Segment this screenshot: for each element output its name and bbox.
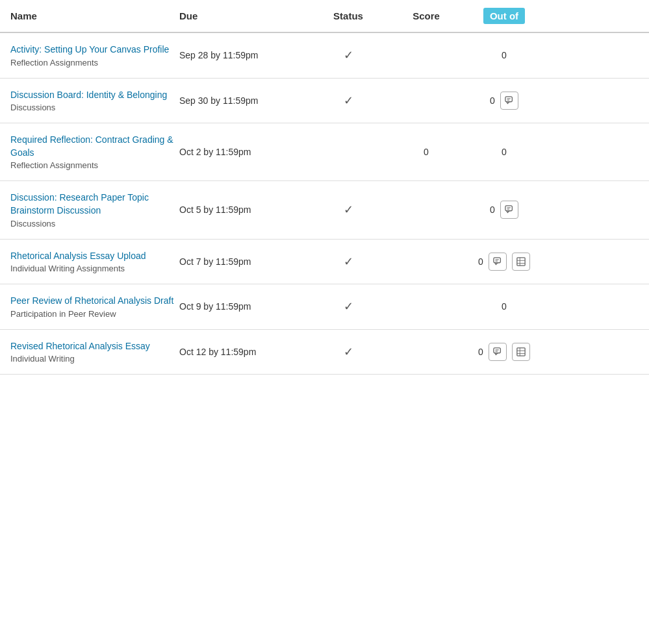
due-date: Oct 12 by 11:59pm (179, 347, 309, 357)
svg-rect-0 (505, 97, 513, 102)
score-cell: 0 (387, 147, 465, 157)
assignment-name-cell: Discussion: Research Paper Topic Brainst… (10, 192, 179, 228)
checkmark-icon: ✓ (344, 345, 353, 358)
assignment-name-cell: Rhetorical Analysis Essay UploadIndividu… (10, 250, 179, 274)
svg-rect-3 (505, 206, 513, 211)
assignment-name-cell: Activity: Setting Up Your Canvas Profile… (10, 43, 179, 68)
outof-cell: 0 (465, 253, 543, 271)
score-value: 0 (502, 50, 507, 60)
due-date: Oct 7 by 11:59pm (179, 256, 309, 267)
discussion-icon-button[interactable] (489, 253, 507, 271)
assignment-link[interactable]: Peer Review of Rhetorical Analysis Draft (10, 295, 179, 308)
assignment-category: Individual Writing Assignments (10, 264, 179, 273)
assignment-category: Participation in Peer Review (10, 309, 179, 319)
assignment-name-cell: Required Reflection: Contract Grading & … (10, 134, 179, 170)
checkmark-icon: ✓ (344, 300, 353, 313)
assignment-category: Discussions (10, 219, 179, 229)
status-cell: ✓ (309, 93, 387, 108)
due-date: Sep 28 by 11:59pm (179, 50, 309, 60)
table-body: Activity: Setting Up Your Canvas Profile… (0, 33, 649, 375)
outof-cell: 0 (465, 343, 543, 361)
assignment-category: Individual Writing (10, 354, 179, 364)
assignment-category: Discussions (10, 103, 179, 112)
score-value: 0 (478, 256, 483, 267)
due-date: Oct 5 by 11:59pm (179, 204, 309, 215)
header-outof: Out of (483, 8, 525, 24)
header-due: Due (179, 10, 309, 21)
score-value: 0 (478, 347, 483, 357)
status-cell: ✓ (309, 48, 387, 62)
status-cell: ✓ (309, 203, 387, 217)
status-cell: ✓ (309, 299, 387, 314)
score-value: 0 (502, 301, 507, 312)
discussion-icon-button[interactable] (489, 343, 507, 361)
assignment-link[interactable]: Required Reflection: Contract Grading & … (10, 134, 179, 159)
header-score: Score (387, 10, 465, 21)
svg-rect-9 (517, 258, 525, 266)
table-row: Activity: Setting Up Your Canvas Profile… (0, 33, 649, 79)
checkmark-icon: ✓ (344, 49, 353, 62)
checkmark-icon: ✓ (344, 94, 353, 107)
svg-rect-16 (517, 348, 525, 356)
grades-table: Name Due Status Score Out of Activity: S… (0, 0, 649, 375)
assignment-link[interactable]: Revised Rhetorical Analysis Essay (10, 340, 179, 353)
due-date: Oct 9 by 11:59pm (179, 301, 309, 312)
header-name: Name (10, 10, 179, 21)
svg-rect-13 (494, 348, 501, 353)
table-row: Discussion Board: Identity & BelongingDi… (0, 79, 649, 124)
status-cell: ✓ (309, 345, 387, 359)
svg-rect-6 (494, 258, 501, 263)
checkmark-icon: ✓ (344, 255, 353, 268)
due-date: Oct 2 by 11:59pm (179, 147, 309, 157)
score-value: 0 (490, 95, 495, 106)
outof-cell: 0 (465, 147, 543, 157)
assignment-name-cell: Peer Review of Rhetorical Analysis Draft… (10, 295, 179, 319)
assignment-category: Reflection Assignments (10, 160, 179, 170)
rubric-icon-button[interactable] (512, 343, 530, 361)
due-date: Sep 30 by 11:59pm (179, 95, 309, 106)
table-row: Revised Rhetorical Analysis EssayIndivid… (0, 330, 649, 375)
assignment-link[interactable]: Discussion Board: Identity & Belonging (10, 89, 179, 102)
outof-cell: 0 (465, 301, 543, 312)
discussion-icon-button[interactable] (500, 201, 518, 219)
assignment-name-cell: Revised Rhetorical Analysis EssayIndivid… (10, 340, 179, 364)
table-row: Peer Review of Rhetorical Analysis Draft… (0, 284, 649, 330)
outof-cell: 0 (465, 92, 543, 110)
table-row: Rhetorical Analysis Essay UploadIndividu… (0, 240, 649, 285)
checkmark-icon: ✓ (344, 203, 353, 216)
outof-cell: 0 (465, 201, 543, 219)
score-value: 0 (502, 147, 507, 157)
score-value: 0 (490, 204, 495, 215)
table-row: Discussion: Research Paper Topic Brainst… (0, 181, 649, 239)
assignment-name-cell: Discussion Board: Identity & BelongingDi… (10, 89, 179, 113)
assignment-link[interactable]: Activity: Setting Up Your Canvas Profile (10, 43, 179, 56)
assignment-link[interactable]: Rhetorical Analysis Essay Upload (10, 250, 179, 263)
table-header: Name Due Status Score Out of (0, 0, 649, 33)
outof-cell: 0 (465, 50, 543, 60)
rubric-icon-button[interactable] (512, 253, 530, 271)
assignment-category: Reflection Assignments (10, 58, 179, 68)
discussion-icon-button[interactable] (500, 92, 518, 110)
status-cell: ✓ (309, 254, 387, 269)
header-outof-cell: Out of (465, 8, 543, 24)
assignment-link[interactable]: Discussion: Research Paper Topic Brainst… (10, 192, 179, 217)
table-row: Required Reflection: Contract Grading & … (0, 123, 649, 181)
header-status: Status (309, 10, 387, 21)
